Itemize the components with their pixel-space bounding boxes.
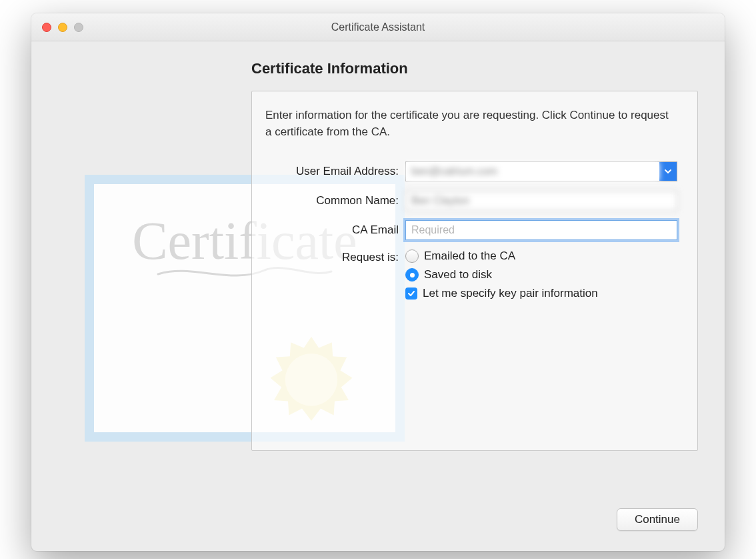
content-area: Certificate Certificate Information Ente… (31, 41, 725, 495)
assistant-window: Certificate Assistant Certificate Certif… (31, 13, 725, 551)
option-emailed-to-ca[interactable]: Emailed to the CA (405, 249, 677, 263)
continue-button[interactable]: Continue (617, 508, 698, 531)
email-label: User Email Address: (265, 165, 405, 178)
instructions-text: Enter information for the certificate yo… (265, 107, 677, 140)
window-title: Certificate Assistant (31, 21, 725, 33)
request-label: Request is: (265, 249, 405, 264)
option-saved-label: Saved to disk (424, 268, 492, 282)
email-combobox[interactable] (405, 161, 677, 181)
close-window-button[interactable] (42, 23, 51, 32)
chevron-down-icon (664, 167, 672, 175)
titlebar[interactable]: Certificate Assistant (31, 13, 725, 41)
section-title: Certificate Information (251, 60, 698, 77)
checkbox-specify-keypair[interactable] (405, 288, 417, 300)
ca-email-label: CA Email (265, 223, 405, 237)
ca-email-input[interactable] (405, 220, 677, 240)
email-input[interactable] (406, 162, 659, 181)
option-keypair-label: Let me specify key pair information (423, 287, 598, 300)
common-name-label: Common Name: (265, 194, 405, 207)
footer: Continue (31, 495, 725, 551)
radio-emailed-to-ca[interactable] (405, 249, 419, 263)
option-specify-keypair[interactable]: Let me specify key pair information (405, 287, 677, 300)
radio-saved-to-disk[interactable] (405, 268, 419, 282)
traffic-lights (31, 23, 83, 32)
check-icon (407, 290, 415, 298)
option-emailed-label: Emailed to the CA (424, 249, 515, 263)
zoom-window-button (74, 23, 83, 32)
minimize-window-button[interactable] (58, 23, 67, 32)
email-dropdown-button[interactable] (659, 162, 677, 181)
option-saved-to-disk[interactable]: Saved to disk (405, 268, 677, 282)
form-panel: Enter information for the certificate yo… (251, 91, 698, 451)
common-name-input[interactable] (405, 191, 677, 211)
